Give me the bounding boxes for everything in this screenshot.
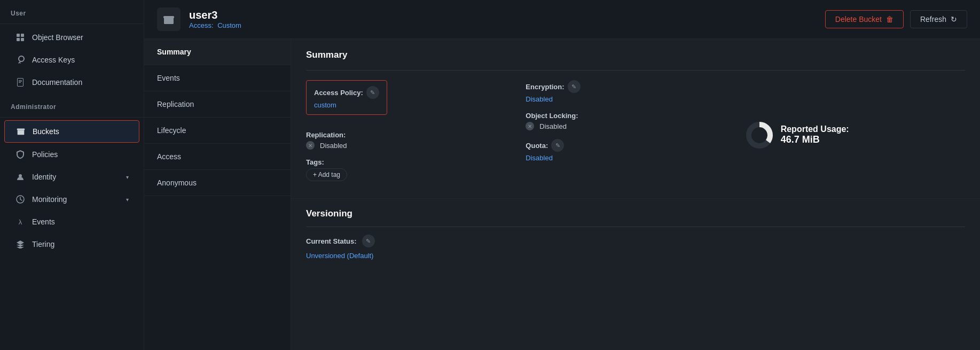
object-locking-value: ✕ Disabled <box>526 122 734 130</box>
access-label: Access: <box>189 21 214 29</box>
versioning-divider <box>306 227 965 227</box>
summary-col-1: Access Policy: ✎ custom <box>306 80 526 190</box>
summary-section: Summary Access Policy: ✎ <box>291 39 980 199</box>
main-area: user3 Access: Custom Delete Bucket 🗑 Ref… <box>144 0 980 350</box>
tab-lifecycle[interactable]: Lifecycle <box>144 118 291 144</box>
encryption-edit-button[interactable]: ✎ <box>568 80 581 93</box>
versioning-current-status: Unversioned (Default) <box>306 252 373 260</box>
sidebar-item-label: Policies <box>32 150 58 159</box>
shield-icon <box>15 149 26 160</box>
access-policy-box: Access Policy: ✎ custom <box>306 80 387 115</box>
reported-usage-label: Reported Usage: <box>781 125 849 134</box>
id-icon <box>15 172 26 182</box>
bucket-name: user3 <box>189 9 817 21</box>
refresh-icon: ↻ <box>951 15 957 24</box>
main-panel: Summary Access Policy: ✎ <box>291 39 980 350</box>
sidebar-item-label: Identity <box>32 173 56 181</box>
delete-bucket-label: Delete Bucket <box>835 15 882 24</box>
access-policy-field: Access Policy: ✎ custom <box>306 80 515 122</box>
tab-label: Replication <box>157 100 194 108</box>
sidebar-item-documentation[interactable]: Documentation <box>4 72 139 93</box>
add-tag-label: + Add tag <box>313 171 340 178</box>
versioning-title: Versioning <box>306 208 965 219</box>
replication-label: Replication: <box>306 131 515 139</box>
lambda-icon: λ <box>15 216 26 227</box>
tab-label: Events <box>157 74 180 82</box>
chevron-down-icon: ▾ <box>126 174 129 180</box>
sidebar-item-monitoring[interactable]: Monitoring ▾ <box>4 189 139 210</box>
header-actions: Delete Bucket 🗑 Refresh ↻ <box>825 10 967 28</box>
x-circle-icon: ✕ <box>526 122 534 130</box>
sidebar-item-buckets[interactable]: Buckets <box>4 120 139 143</box>
sidebar-item-policies[interactable]: Policies <box>4 144 139 165</box>
edit-icon: ✎ <box>571 83 576 90</box>
object-locking-field: Object Locking: ✕ Disabled <box>526 112 734 130</box>
tab-navigation: Summary Events Replication Lifecycle Acc… <box>144 39 291 350</box>
replication-value: ✕ Disabled <box>306 141 515 150</box>
bucket-header-icon <box>157 7 181 31</box>
layers-icon <box>15 239 26 250</box>
sidebar-item-access-keys[interactable]: Access Keys <box>4 49 139 71</box>
sidebar-divider-admin <box>0 117 144 118</box>
edit-icon: ✎ <box>366 238 371 245</box>
summary-col-2: Encryption: ✎ Disabled Object Locking: <box>526 80 745 190</box>
svg-rect-3 <box>21 38 24 41</box>
sidebar-item-identity[interactable]: Identity ▾ <box>4 166 139 188</box>
x-circle-icon: ✕ <box>306 141 315 150</box>
reported-usage-info: Reported Usage: 46.7 MiB <box>781 125 849 145</box>
access-policy-value: custom <box>314 101 379 109</box>
add-tag-button[interactable]: + Add tag <box>306 168 347 181</box>
versioning-section: Versioning Current Status: ✎ Unversioned… <box>291 199 980 267</box>
sidebar-item-label: Buckets <box>33 127 59 136</box>
refresh-label: Refresh <box>920 15 946 24</box>
tab-label: Anonymous <box>157 178 197 187</box>
versioning-field: Current Status: ✎ <box>306 235 965 247</box>
reported-usage-value: 46.7 MiB <box>781 134 849 145</box>
edit-icon: ✎ <box>555 142 560 149</box>
reported-usage-col: Reported Usage: 46.7 MiB <box>746 80 965 190</box>
chevron-down-icon: ▾ <box>126 197 129 203</box>
sidebar-item-label: Monitoring <box>32 195 67 204</box>
sidebar-divider-user <box>0 24 144 24</box>
quota-value: Disabled <box>526 154 734 162</box>
key-icon <box>15 55 26 65</box>
svg-rect-4 <box>17 129 25 130</box>
svg-rect-10 <box>164 19 174 24</box>
tab-anonymous[interactable]: Anonymous <box>144 170 291 196</box>
sidebar-item-label: Documentation <box>32 78 82 87</box>
doc-icon <box>15 77 26 88</box>
tab-replication[interactable]: Replication <box>144 91 291 118</box>
delete-bucket-button[interactable]: Delete Bucket 🗑 <box>825 10 904 28</box>
quota-edit-button[interactable]: ✎ <box>551 139 564 152</box>
tags-field: Tags: + Add tag <box>306 158 515 181</box>
access-policy-edit-button[interactable]: ✎ <box>366 86 379 99</box>
refresh-button[interactable]: Refresh ↻ <box>910 10 967 28</box>
usage-donut-chart <box>746 121 773 149</box>
access-policy-label: Access Policy: ✎ <box>314 86 379 99</box>
grid-icon <box>15 32 26 43</box>
summary-divider <box>306 70 965 71</box>
tab-label: Lifecycle <box>157 126 186 135</box>
sidebar-item-label: Access Keys <box>32 56 75 64</box>
tab-events[interactable]: Events <box>144 65 291 91</box>
chart-icon <box>15 194 26 205</box>
object-locking-label: Object Locking: <box>526 112 734 120</box>
sidebar-item-events[interactable]: λ Events <box>4 211 139 232</box>
sidebar-item-label: Object Browser <box>32 33 83 42</box>
sidebar-item-tiering[interactable]: Tiering <box>4 234 139 255</box>
summary-grid: Access Policy: ✎ custom <box>306 80 965 190</box>
svg-rect-11 <box>164 18 174 19</box>
sidebar: User Object Browser Access Keys Document… <box>0 0 144 350</box>
tab-summary[interactable]: Summary <box>144 39 291 65</box>
page-header: user3 Access: Custom Delete Bucket 🗑 Ref… <box>144 0 980 39</box>
summary-title: Summary <box>306 50 965 60</box>
tab-label: Summary <box>157 48 191 56</box>
sidebar-item-object-browser[interactable]: Object Browser <box>4 27 139 48</box>
svg-rect-2 <box>17 38 20 41</box>
current-status-label: Current Status: <box>306 237 357 245</box>
tab-access[interactable]: Access <box>144 144 291 170</box>
bucket-icon <box>15 126 26 137</box>
tags-label: Tags: <box>306 158 515 166</box>
encryption-label: Encryption: ✎ <box>526 80 734 93</box>
versioning-edit-button[interactable]: ✎ <box>362 235 375 247</box>
